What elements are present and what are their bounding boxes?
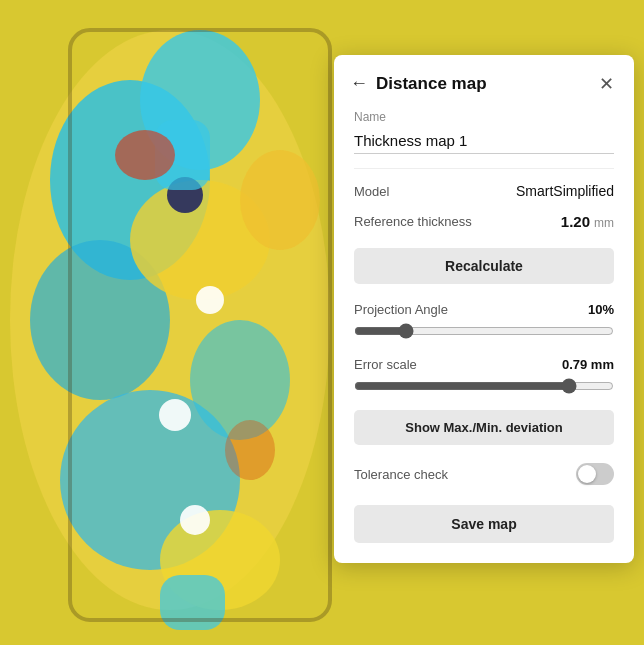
- svg-point-12: [159, 399, 191, 431]
- name-label: Name: [354, 110, 614, 124]
- error-scale-header: Error scale 0.79 mm: [354, 357, 614, 372]
- ref-thickness-unit: mm: [594, 216, 614, 230]
- error-scale-value: 0.79 mm: [562, 357, 614, 372]
- tolerance-toggle[interactable]: [576, 463, 614, 485]
- svg-point-13: [180, 505, 210, 535]
- projection-angle-header: Projection Angle 10%: [354, 302, 614, 317]
- model-label: Model: [354, 184, 389, 199]
- close-button[interactable]: ✕: [599, 75, 614, 93]
- ref-thickness-row: Reference thickness 1.20 mm: [354, 213, 614, 230]
- error-scale-slider[interactable]: [354, 378, 614, 394]
- save-map-button[interactable]: Save map: [354, 505, 614, 543]
- svg-point-8: [240, 150, 320, 250]
- ref-thickness-label: Reference thickness: [354, 214, 472, 229]
- error-scale-label: Error scale: [354, 357, 417, 372]
- tolerance-check-row: Tolerance check: [354, 463, 614, 485]
- toggle-thumb: [578, 465, 596, 483]
- tolerance-label: Tolerance check: [354, 467, 448, 482]
- svg-point-16: [115, 130, 175, 180]
- ref-thickness-num: 1.20: [561, 213, 590, 230]
- back-button[interactable]: ←: [350, 73, 368, 94]
- panel-body: Name Model SmartSimplified Reference thi…: [334, 110, 634, 543]
- model-row: Model SmartSimplified: [354, 183, 614, 199]
- distance-map-panel: ← Distance map ✕ Name Model SmartSimplif…: [334, 55, 634, 563]
- ref-thickness-value-group: 1.20 mm: [561, 213, 614, 230]
- projection-angle-slider[interactable]: [354, 323, 614, 339]
- show-deviation-button[interactable]: Show Max./Min. deviation: [354, 410, 614, 445]
- error-scale-row: Error scale 0.79 mm: [354, 357, 614, 394]
- projection-angle-row: Projection Angle 10%: [354, 302, 614, 339]
- model-value: SmartSimplified: [516, 183, 614, 199]
- svg-point-11: [196, 286, 224, 314]
- name-input[interactable]: [354, 128, 614, 154]
- divider-1: [354, 168, 614, 169]
- recalculate-button[interactable]: Recalculate: [354, 248, 614, 284]
- name-field-group: Name: [354, 110, 614, 154]
- svg-point-6: [190, 320, 290, 440]
- panel-header: ← Distance map ✕: [334, 55, 634, 110]
- projection-angle-value: 10%: [588, 302, 614, 317]
- projection-angle-label: Projection Angle: [354, 302, 448, 317]
- svg-point-17: [225, 420, 275, 480]
- panel-title: Distance map: [376, 74, 599, 94]
